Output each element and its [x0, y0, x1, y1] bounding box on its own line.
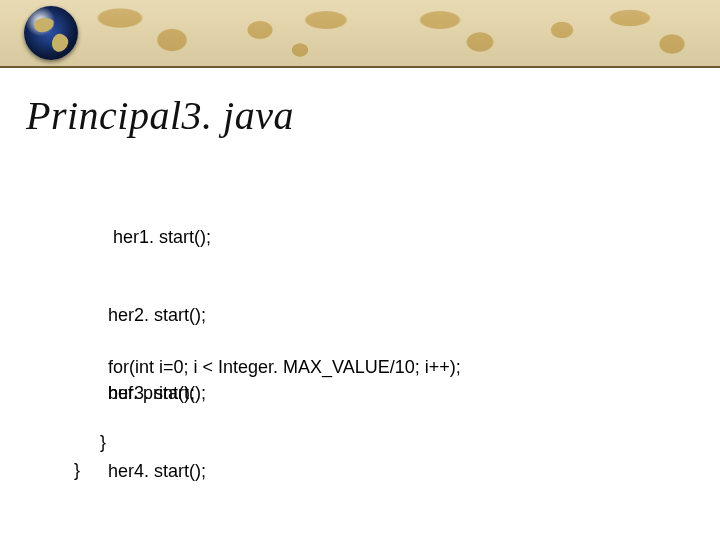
code-line: her5. start(); [108, 536, 211, 540]
code-for-block: for(int i=0; i < Integer. MAX_VALUE/10; … [108, 354, 461, 406]
closing-brace-outer: } [74, 460, 80, 481]
code-line: her2. start(); [108, 302, 211, 328]
code-line: for(int i=0; i < Integer. MAX_VALUE/10; … [108, 354, 461, 380]
slide-title: Principal3. java [26, 92, 294, 139]
globe-icon [24, 6, 78, 60]
code-line: buf. print(); [108, 380, 461, 406]
code-line: her4. start(); [108, 458, 211, 484]
closing-brace-inner: } [100, 432, 106, 453]
code-line: her1. start(); [108, 224, 211, 250]
slide: Principal3. java her1. start(); her2. st… [0, 0, 720, 540]
header-banner [0, 0, 720, 68]
